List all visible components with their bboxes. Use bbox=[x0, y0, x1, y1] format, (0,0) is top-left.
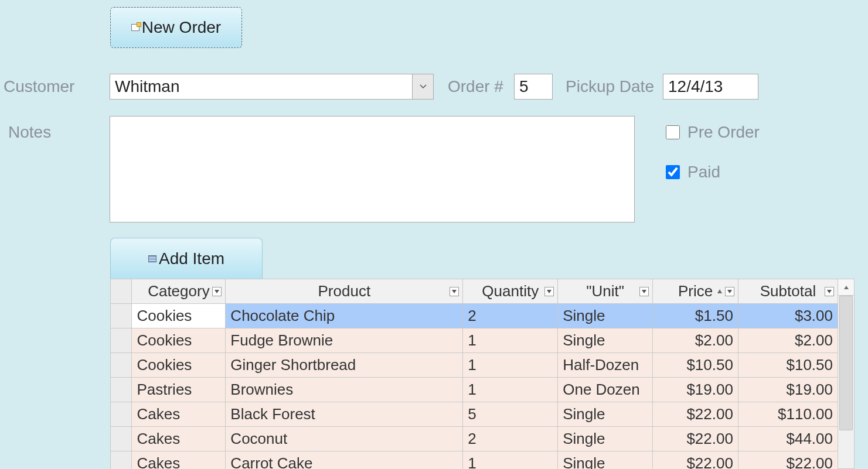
col-header-subtotal-text: Subtotal bbox=[760, 282, 816, 300]
filter-dropdown-icon[interactable] bbox=[450, 287, 459, 296]
cell-category[interactable]: Cakes bbox=[132, 427, 226, 451]
cell-unit[interactable]: Single bbox=[558, 328, 653, 353]
table-row[interactable]: CookiesChocolate Chip2Single$1.50$3.00 bbox=[111, 304, 838, 328]
cell-subtotal[interactable]: $22.00 bbox=[738, 451, 838, 470]
row-selector[interactable] bbox=[111, 353, 132, 378]
cell-subtotal[interactable]: $2.00 bbox=[738, 328, 838, 353]
row-selector[interactable] bbox=[111, 378, 132, 402]
cell-quantity[interactable]: 2 bbox=[463, 304, 558, 328]
cell-subtotal[interactable]: $110.00 bbox=[738, 402, 838, 427]
cell-unit[interactable]: Single bbox=[558, 451, 653, 470]
col-header-category[interactable]: Category bbox=[132, 279, 226, 304]
grid-header-row: Category Product Quantity "Unit" bbox=[111, 279, 838, 304]
notes-textarea[interactable] bbox=[110, 116, 635, 222]
pre-order-checkbox[interactable] bbox=[666, 125, 680, 139]
col-header-subtotal[interactable]: Subtotal bbox=[738, 279, 838, 304]
sort-ascending-icon bbox=[717, 289, 723, 295]
new-order-button[interactable]: New Order bbox=[110, 7, 242, 48]
triangle-up-icon bbox=[843, 285, 849, 290]
line-items-grid: Category Product Quantity "Unit" bbox=[110, 279, 855, 469]
cell-quantity[interactable]: 1 bbox=[463, 328, 558, 353]
grid-scrollbar[interactable] bbox=[838, 279, 855, 469]
order-number-input[interactable] bbox=[514, 74, 553, 100]
filter-dropdown-icon[interactable] bbox=[639, 287, 649, 296]
col-header-unit-text: "Unit" bbox=[586, 282, 624, 300]
add-item-icon bbox=[148, 255, 156, 262]
cell-quantity[interactable]: 5 bbox=[463, 402, 558, 427]
col-header-category-text: Category bbox=[148, 282, 210, 300]
cell-subtotal[interactable]: $44.00 bbox=[738, 427, 838, 451]
new-order-label: New Order bbox=[142, 18, 221, 37]
cell-price[interactable]: $1.50 bbox=[653, 304, 738, 328]
cell-product[interactable]: Coconut bbox=[226, 427, 463, 451]
table-row[interactable]: CookiesFudge Brownie1Single$2.00$2.00 bbox=[111, 328, 838, 353]
table-row[interactable]: CakesCarrot Cake1Single$22.00$22.00 bbox=[111, 451, 838, 470]
row-selector[interactable] bbox=[111, 328, 132, 353]
col-header-product[interactable]: Product bbox=[226, 279, 463, 304]
scrollbar-up-button[interactable] bbox=[838, 279, 854, 296]
cell-product[interactable]: Brownies bbox=[226, 378, 463, 402]
cell-price[interactable]: $22.00 bbox=[653, 427, 738, 451]
cell-product[interactable]: Black Forest bbox=[226, 402, 463, 427]
row-selector[interactable] bbox=[111, 427, 132, 451]
customer-input[interactable] bbox=[110, 74, 412, 99]
row-selector[interactable] bbox=[111, 402, 132, 427]
customer-combobox[interactable] bbox=[110, 74, 434, 100]
cell-category[interactable]: Cookies bbox=[132, 304, 226, 328]
col-header-price[interactable]: Price bbox=[653, 279, 738, 304]
cell-subtotal[interactable]: $3.00 bbox=[738, 304, 838, 328]
table-row[interactable]: PastriesBrownies1One Dozen$19.00$19.00 bbox=[111, 378, 838, 402]
cell-product[interactable]: Ginger Shortbread bbox=[226, 353, 463, 378]
cell-unit[interactable]: Half-Dozen bbox=[558, 353, 653, 378]
cell-price[interactable]: $10.50 bbox=[653, 353, 738, 378]
cell-quantity[interactable]: 1 bbox=[463, 353, 558, 378]
col-header-price-text: Price bbox=[678, 282, 713, 300]
scrollbar-thumb[interactable] bbox=[839, 296, 853, 430]
cell-unit[interactable]: Single bbox=[558, 402, 653, 427]
filter-dropdown-icon[interactable] bbox=[825, 287, 834, 296]
cell-subtotal[interactable]: $19.00 bbox=[738, 378, 838, 402]
row-selector[interactable] bbox=[111, 451, 132, 470]
cell-unit[interactable]: Single bbox=[558, 304, 653, 328]
cell-price[interactable]: $22.00 bbox=[653, 402, 738, 427]
pre-order-checkbox-wrap[interactable]: Pre Order bbox=[663, 123, 760, 142]
pickup-date-input[interactable] bbox=[663, 74, 758, 100]
cell-price[interactable]: $22.00 bbox=[653, 451, 738, 470]
order-number-label: Order # bbox=[448, 77, 503, 96]
table-row[interactable]: CookiesGinger Shortbread1Half-Dozen$10.5… bbox=[111, 353, 838, 378]
cell-category[interactable]: Cakes bbox=[132, 451, 226, 470]
add-item-button[interactable]: Add Item bbox=[110, 238, 263, 279]
col-header-unit[interactable]: "Unit" bbox=[558, 279, 653, 304]
cell-quantity[interactable]: 1 bbox=[463, 451, 558, 470]
cell-subtotal[interactable]: $10.50 bbox=[738, 353, 838, 378]
cell-quantity[interactable]: 2 bbox=[463, 427, 558, 451]
col-header-product-text: Product bbox=[318, 282, 371, 300]
table-row[interactable]: CakesBlack Forest5Single$22.00$110.00 bbox=[111, 402, 838, 427]
cell-quantity[interactable]: 1 bbox=[463, 378, 558, 402]
customer-dropdown-button[interactable] bbox=[412, 74, 433, 99]
cell-category[interactable]: Cakes bbox=[132, 402, 226, 427]
customer-label: Customer bbox=[4, 77, 74, 96]
cell-unit[interactable]: One Dozen bbox=[558, 378, 653, 402]
cell-category[interactable]: Cookies bbox=[132, 353, 226, 378]
table-row[interactable]: CakesCoconut2Single$22.00$44.00 bbox=[111, 427, 838, 451]
pre-order-text: Pre Order bbox=[687, 123, 760, 142]
notes-label: Notes bbox=[8, 123, 51, 142]
cell-product[interactable]: Fudge Brownie bbox=[226, 328, 463, 353]
filter-dropdown-icon[interactable] bbox=[544, 287, 554, 296]
paid-checkbox-wrap[interactable]: Paid bbox=[663, 163, 720, 182]
grid-corner-cell bbox=[111, 279, 132, 304]
col-header-quantity-text: Quantity bbox=[482, 282, 539, 300]
cell-unit[interactable]: Single bbox=[558, 427, 653, 451]
cell-category[interactable]: Cookies bbox=[132, 328, 226, 353]
cell-product[interactable]: Chocolate Chip bbox=[226, 304, 463, 328]
row-selector[interactable] bbox=[111, 304, 132, 328]
cell-product[interactable]: Carrot Cake bbox=[226, 451, 463, 470]
filter-dropdown-icon[interactable] bbox=[725, 287, 734, 296]
paid-checkbox[interactable] bbox=[666, 165, 680, 179]
filter-dropdown-icon[interactable] bbox=[212, 287, 222, 296]
cell-price[interactable]: $2.00 bbox=[653, 328, 738, 353]
col-header-quantity[interactable]: Quantity bbox=[463, 279, 558, 304]
cell-category[interactable]: Pastries bbox=[132, 378, 226, 402]
cell-price[interactable]: $19.00 bbox=[653, 378, 738, 402]
